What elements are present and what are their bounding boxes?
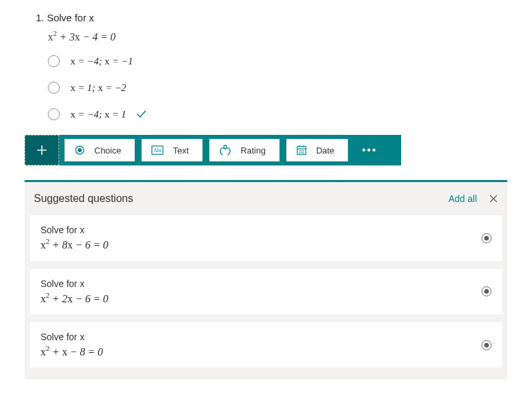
more-types-button[interactable]: ••• [355,144,384,156]
radio-icon[interactable] [48,108,60,120]
suggested-card[interactable]: Solve for x x2 + x − 8 = 0 [30,322,502,367]
suggested-title: Suggested questions [34,193,133,205]
question-title: 1. Solve for x [36,12,532,23]
svg-point-1 [78,148,82,152]
card-equation: x2 + 8x − 6 = 0 [41,238,108,251]
text-icon: Abc [151,146,163,155]
add-all-button[interactable]: Add all [448,193,477,204]
choice-type-button[interactable]: Choice [64,139,135,161]
rating-icon [219,145,231,155]
suggested-card[interactable]: Solve for x x2 + 8x − 6 = 0 [30,215,502,260]
question-equation: x2 + 3x − 4 = 0 [36,30,532,43]
option-text: x = 1; x = −2 [70,82,126,94]
option-row[interactable]: x = −4; x = −1 [48,55,532,67]
card-content: Solve for x x2 + 2x − 6 = 0 [41,278,108,305]
option-text: x = −4; x = −1 [70,56,133,67]
card-content: Solve for x x2 + 8x − 6 = 0 [41,225,108,251]
choice-type-icon [482,286,491,296]
controls-bar: Choice Abc Text Rating Date ••• [59,135,401,165]
checkmark-icon [135,108,147,120]
question-number: 1. [36,12,44,23]
plus-icon [35,144,48,157]
card-title: Solve for x [41,278,108,289]
question-text: Solve for x [47,12,94,23]
option-row[interactable]: x = −4; x = 1 [48,108,532,120]
card-title: Solve for x [41,225,108,235]
add-question-button[interactable] [25,135,59,165]
card-title: Solve for x [41,332,103,342]
date-type-button[interactable]: Date [286,139,348,161]
text-type-button[interactable]: Abc Text [141,139,203,161]
suggested-header: Suggested questions Add all [25,182,507,215]
close-icon[interactable] [489,194,498,203]
option-text: x = −4; x = 1 [70,109,126,120]
rating-label: Rating [240,146,266,155]
ellipsis-icon: ••• [362,144,377,156]
suggested-actions: Add all [448,193,498,204]
options-list: x = −4; x = −1 x = 1; x = −2 x = −4; x =… [36,55,532,120]
suggested-panel: Suggested questions Add all Solve for x … [25,180,507,379]
date-icon [296,145,307,155]
radio-icon[interactable] [48,55,60,67]
choice-type-icon [482,233,491,243]
option-row[interactable]: x = 1; x = −2 [48,82,532,94]
svg-text:Abc: Abc [153,148,163,153]
date-label: Date [316,146,334,155]
question-block: 1. Solve for x x2 + 3x − 4 = 0 x = −4; x… [0,0,532,120]
card-content: Solve for x x2 + x − 8 = 0 [41,332,103,358]
choice-label: Choice [94,146,121,155]
radio-icon[interactable] [48,82,60,94]
choice-icon [74,145,85,155]
suggested-card[interactable]: Solve for x x2 + 2x − 6 = 0 [30,269,502,314]
card-equation: x2 + 2x − 6 = 0 [41,292,108,305]
rating-type-button[interactable]: Rating [209,139,280,161]
card-equation: x2 + x − 8 = 0 [41,345,103,358]
text-label: Text [173,146,189,155]
question-type-toolbar: Choice Abc Text Rating Date ••• [25,135,401,165]
svg-rect-4 [224,146,227,149]
choice-type-icon [482,340,491,350]
